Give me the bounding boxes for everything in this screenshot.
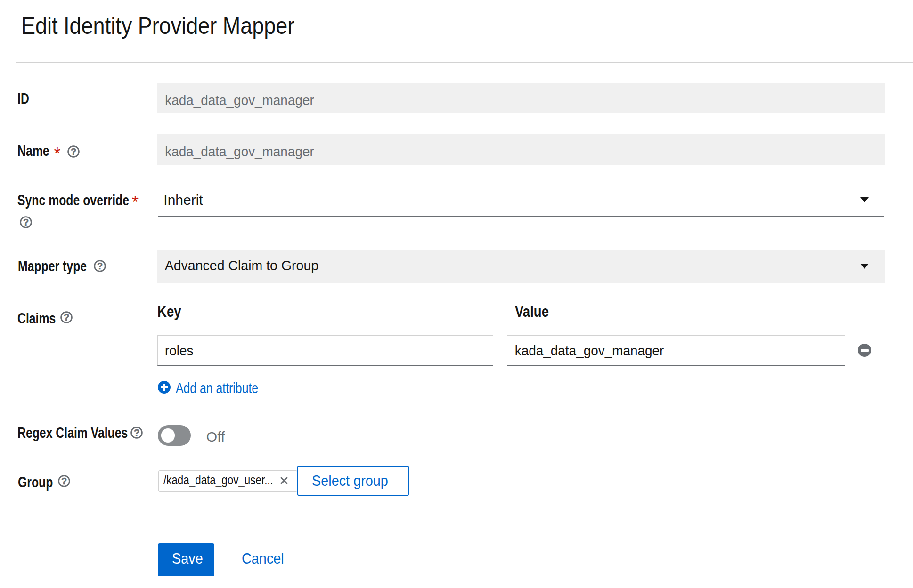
svg-text:?: ? bbox=[71, 146, 76, 157]
svg-text:?: ? bbox=[64, 312, 69, 322]
svg-text:?: ? bbox=[134, 427, 139, 438]
svg-text:?: ? bbox=[61, 476, 67, 486]
svg-text:?: ? bbox=[97, 261, 103, 271]
svg-text:?: ? bbox=[23, 217, 29, 227]
